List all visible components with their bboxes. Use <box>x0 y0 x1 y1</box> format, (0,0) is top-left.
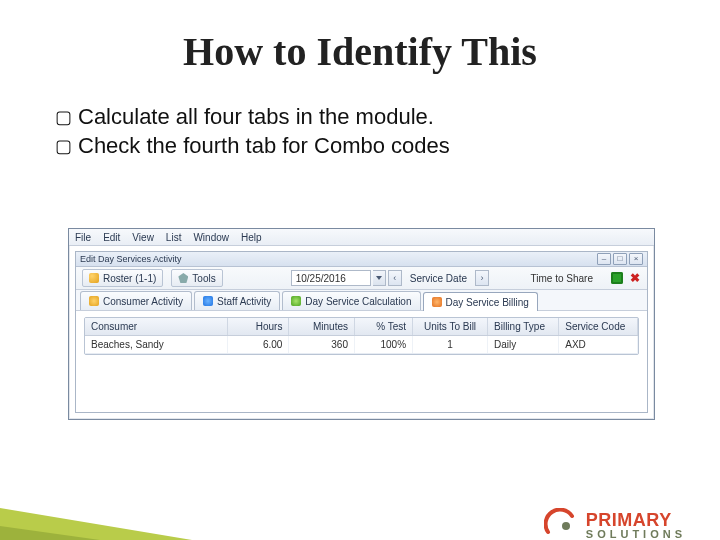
menu-help[interactable]: Help <box>241 232 262 243</box>
tab-staff-activity[interactable]: Staff Activity <box>194 291 280 310</box>
tab-day-service-calculation[interactable]: Day Service Calculation <box>282 291 420 310</box>
tab-icon <box>203 296 213 306</box>
cell-pct-test: 100% <box>355 336 413 353</box>
tab-icon <box>89 296 99 306</box>
toolbar: Roster (1-1) Tools 10/25/2016 ‹ Service … <box>76 267 647 290</box>
date-prev-button[interactable]: ‹ <box>388 270 402 286</box>
bullet-text: Calculate all four tabs in the module. <box>78 102 434 132</box>
col-minutes[interactable]: Minutes <box>289 318 355 335</box>
table-row[interactable]: Beaches, Sandy 6.00 360 100% 1 Daily AXD <box>85 336 638 354</box>
tab-consumer-activity[interactable]: Consumer Activity <box>80 291 192 310</box>
tab-label: Consumer Activity <box>103 296 183 307</box>
col-pct-test[interactable]: % Test <box>355 318 413 335</box>
tab-bar: Consumer Activity Staff Activity Day Ser… <box>76 290 647 311</box>
close-icon[interactable]: × <box>629 253 643 265</box>
menu-edit[interactable]: Edit <box>103 232 120 243</box>
service-date-label: Service Date <box>410 273 467 284</box>
cell-hours: 6.00 <box>228 336 290 353</box>
bullet-item: ▢ Check the fourth tab for Combo codes <box>55 131 660 161</box>
col-units-to-bill[interactable]: Units To Bill <box>413 318 488 335</box>
bullet-box-icon: ▢ <box>55 134 72 158</box>
tools-button[interactable]: Tools <box>171 269 222 287</box>
date-dropdown-icon[interactable] <box>373 270 386 286</box>
menu-list[interactable]: List <box>166 232 182 243</box>
bullet-item: ▢ Calculate all four tabs in the module. <box>55 102 660 132</box>
menu-view[interactable]: View <box>132 232 154 243</box>
date-next-button[interactable]: › <box>475 270 489 286</box>
cell-minutes: 360 <box>289 336 355 353</box>
slide-title: How to Identify This <box>0 28 720 75</box>
svg-marker-0 <box>376 276 382 280</box>
logo-swoosh-icon <box>544 508 578 540</box>
tab-label: Day Service Calculation <box>305 296 411 307</box>
col-billing-type[interactable]: Billing Type <box>488 318 559 335</box>
cell-consumer: Beaches, Sandy <box>85 336 228 353</box>
menu-window[interactable]: Window <box>193 232 229 243</box>
svg-point-4 <box>562 522 570 530</box>
maximize-icon[interactable]: □ <box>613 253 627 265</box>
bullet-list: ▢ Calculate all four tabs in the module.… <box>55 102 660 161</box>
brand-logo: PRIMARY SOLUTIONS <box>544 508 686 540</box>
logo-primary-text: PRIMARY <box>586 511 686 529</box>
minimize-icon[interactable]: – <box>597 253 611 265</box>
logo-solutions-text: SOLUTIONS <box>586 529 686 540</box>
roster-icon <box>89 273 99 283</box>
billing-grid: Consumer Hours Minutes % Test Units To B… <box>84 317 639 355</box>
cancel-icon[interactable]: ✖ <box>629 272 641 284</box>
menu-file[interactable]: File <box>75 232 91 243</box>
tab-icon <box>291 296 301 306</box>
tab-day-service-billing[interactable]: Day Service Billing <box>423 292 538 311</box>
svg-marker-2 <box>0 526 300 540</box>
roster-label: Roster (1-1) <box>103 273 156 284</box>
app-window: File Edit View List Window Help Edit Day… <box>68 228 655 420</box>
tools-label: Tools <box>192 273 215 284</box>
roster-button[interactable]: Roster (1-1) <box>82 269 163 287</box>
cell-billing-type: Daily <box>488 336 559 353</box>
svg-marker-1 <box>0 508 360 540</box>
bullet-box-icon: ▢ <box>55 105 72 129</box>
tab-label: Staff Activity <box>217 296 271 307</box>
col-service-code[interactable]: Service Code <box>559 318 638 335</box>
time-to-share-label: Time to Share <box>531 273 593 284</box>
col-consumer[interactable]: Consumer <box>85 318 228 335</box>
child-title-bar: Edit Day Services Activity – □ × <box>76 252 647 267</box>
tools-icon <box>178 273 188 283</box>
menu-bar: File Edit View List Window Help <box>69 229 654 246</box>
cell-service-code: AXD <box>559 336 638 353</box>
save-icon[interactable] <box>611 272 623 284</box>
mdi-child-window: Edit Day Services Activity – □ × Roster … <box>75 251 648 413</box>
child-title: Edit Day Services Activity <box>80 254 182 264</box>
tab-label: Day Service Billing <box>446 297 529 308</box>
col-hours[interactable]: Hours <box>228 318 290 335</box>
bullet-text: Check the fourth tab for Combo codes <box>78 131 450 161</box>
cell-units-to-bill: 1 <box>413 336 488 353</box>
tab-icon <box>432 297 442 307</box>
decorative-wedge <box>0 448 360 540</box>
grid-header: Consumer Hours Minutes % Test Units To B… <box>85 318 638 336</box>
service-date-input[interactable]: 10/25/2016 <box>291 270 371 286</box>
